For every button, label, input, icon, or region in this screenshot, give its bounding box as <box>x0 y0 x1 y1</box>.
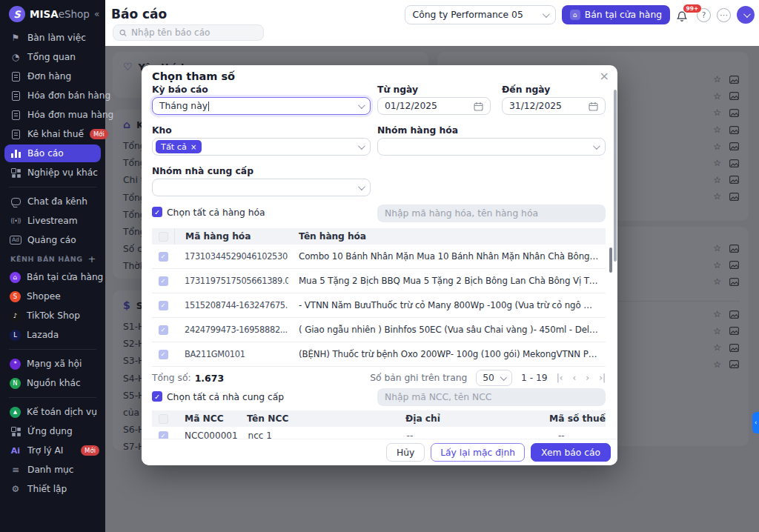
select-all-products-checkbox[interactable]: ✓ <box>152 207 162 217</box>
sidebar-item-thiet-lap[interactable]: ⚙ Thiết lập <box>0 479 105 499</box>
chevron-down-icon <box>593 142 600 150</box>
notification-badge: 99+ <box>683 4 702 13</box>
per-page-select[interactable]: 50 <box>476 370 512 386</box>
chevron-down-icon <box>358 183 365 190</box>
sidebar-item-ke-toan-dich-vu[interactable]: ▲ Kế toán dịch vụ <box>0 402 105 422</box>
sidebar-item-hoa-don-ban-hang[interactable]: Hóa đơn bán hàng <box>0 86 105 105</box>
header-checkbox[interactable] <box>159 414 168 424</box>
period-label: Kỳ báo cáo <box>152 84 208 95</box>
sidebar-item-mang-xa-hoi[interactable]: * Mạng xã hội <box>0 354 105 373</box>
dialog-title: Chọn tham số <box>152 70 235 82</box>
new-badge: Mới <box>90 129 108 139</box>
report-search-box[interactable] <box>113 24 264 41</box>
divider <box>9 397 96 398</box>
close-icon[interactable]: × <box>600 69 609 83</box>
page-title: Báo cáo <box>111 7 167 21</box>
sidebar-item-tong-quan[interactable]: ◔ Tổng quan <box>0 47 105 67</box>
col-supplier-code: Mã NCC <box>174 413 236 424</box>
product-table: Mã hàng hóa Tên hàng hóa ✓ 1731034452904… <box>152 228 606 367</box>
top-bar: Báo cáo Công ty Performance 05 ⌂ Bán tại… <box>105 0 759 46</box>
page-range: 1 - 19 <box>521 373 548 383</box>
to-date-label: Đến ngày <box>502 84 550 95</box>
product-row[interactable]: ✓ 1731197517505661389.01 Mua 5 Tặng 2 Bị… <box>152 269 606 293</box>
sidebar-item-nghiep-vu-khac[interactable]: Nghiệp vụ khác <box>0 163 105 182</box>
last-page-icon[interactable]: ›| <box>599 373 606 383</box>
prev-page-icon[interactable]: ‹ <box>573 373 577 383</box>
remove-tag-icon[interactable]: × <box>190 143 196 151</box>
product-search-input[interactable] <box>377 205 606 222</box>
row-checkbox[interactable]: ✓ <box>159 252 168 262</box>
report-icon <box>10 150 21 158</box>
sidebar-item-nguon-khac[interactable]: N Nguồn khác <box>0 373 105 393</box>
sidebar-item-shopee[interactable]: S Shopee <box>0 287 105 306</box>
report-search-input[interactable] <box>131 27 257 38</box>
product-row[interactable]: ✓ 1515208744-163247675... - VTNN Năm Bưu… <box>152 293 606 318</box>
other-ops-icon <box>10 168 21 177</box>
reset-default-button[interactable]: Lấy lại mặc định <box>431 443 525 462</box>
sidebar-item-tro-ly-ai[interactable]: Ai Trợ lý AI Mới <box>0 441 105 460</box>
row-checkbox[interactable]: ✓ <box>159 276 168 286</box>
sidebar-item-don-hang[interactable]: Đơn hàng <box>0 67 105 86</box>
to-date-input[interactable]: 31/12/2025 <box>502 97 606 115</box>
modal-scrollbar[interactable] <box>614 90 617 262</box>
product-row[interactable]: ✓ 2424799473-16958882... ( Giao ngẫu nhi… <box>152 318 606 342</box>
supplier-search-input[interactable] <box>377 388 606 406</box>
row-checkbox[interactable]: ✓ <box>159 325 168 335</box>
next-page-icon[interactable]: › <box>586 373 589 383</box>
store-channel-icon: ⌂ <box>10 272 21 283</box>
sidebar-item-danh-muc[interactable]: ≡ Danh mục <box>0 460 105 479</box>
text-cursor <box>208 102 209 111</box>
sidebar-item-ban-lam-viec[interactable]: ⚑ Bàn làm việc <box>0 28 105 47</box>
total-label: Tổng số: <box>152 373 191 383</box>
sidebar-item-tiktok-shop[interactable]: ♪ TikTok Shop <box>0 306 105 325</box>
sidebar-item-ke-khai-thue[interactable]: Kê khai thuế Mới <box>0 124 105 144</box>
item-group-select[interactable] <box>377 138 606 156</box>
sidebar-item-ban-tai-cua-hang[interactable]: ⌂ Bán tại cửa hàng <box>0 267 105 287</box>
warehouse-tag[interactable]: Tất cả× <box>156 140 202 153</box>
sidebar-item-livestream[interactable]: ((•)) Livestream <box>0 211 105 230</box>
tiktok-logo-icon: ♪ <box>10 310 21 322</box>
row-checkbox[interactable]: ✓ <box>159 301 168 310</box>
view-report-button[interactable]: Xem báo cáo <box>531 443 611 462</box>
period-select[interactable]: Tháng này <box>152 97 371 115</box>
calendar-icon[interactable] <box>589 102 598 111</box>
from-date-input[interactable]: 01/12/2025 <box>377 97 491 115</box>
row-checkbox[interactable]: ✓ <box>159 350 168 359</box>
total-value: 1.673 <box>195 373 225 384</box>
sidebar-item-ung-dung[interactable]: Ứng dụng <box>0 422 105 441</box>
overview-icon: ◔ <box>10 52 21 62</box>
product-row[interactable]: ✓ 173103445290461025301 Combo 10 Bánh Nh… <box>152 245 606 269</box>
dialog-footer: Hủy Lấy lại mặc định Xem báo cáo <box>142 439 617 465</box>
sales-channels-section-label: KÊNH BÁN HÀNG + <box>0 250 105 267</box>
supplier-group-select[interactable] <box>152 179 371 196</box>
lazada-logo-icon: L <box>10 330 21 341</box>
sidebar-item-hoa-don-mua-hang[interactable]: Hóa đơn mua hàng <box>0 105 105 124</box>
notification-bell[interactable]: 99+ <box>676 7 691 23</box>
company-selector[interactable]: Công ty Performance 05 <box>405 5 556 24</box>
chevron-down-icon <box>543 10 550 18</box>
add-channel-icon[interactable]: + <box>88 253 97 265</box>
product-row[interactable]: ✓ BA211GM0101 (BỆNH) Thuốc trừ bệnh Oxo … <box>152 342 606 367</box>
first-page-icon[interactable]: |‹ <box>557 373 563 383</box>
header-checkbox[interactable] <box>159 232 168 242</box>
apps-icon <box>10 427 21 436</box>
select-all-suppliers-label: Chọn tất cả nhà cung cấp <box>167 392 284 402</box>
sidebar-item-bao-cao[interactable]: Báo cáo <box>4 144 101 162</box>
from-date-label: Từ ngày <box>377 84 418 95</box>
sidebar-item-quang-cao[interactable]: Ad Quảng cáo <box>0 230 105 250</box>
sidebar-collapse-icon[interactable]: « <box>94 9 99 19</box>
select-all-suppliers-checkbox[interactable]: ✓ <box>152 391 162 402</box>
cancel-button[interactable]: Hủy <box>386 443 425 462</box>
store-sell-button[interactable]: ⌂ Bán tại cửa hàng <box>562 5 670 24</box>
purchase-invoice-icon <box>10 110 21 120</box>
table-scrollbar[interactable] <box>609 247 612 273</box>
calendar-icon[interactable] <box>474 102 483 111</box>
side-panel-toggle[interactable]: ‹ <box>752 412 759 433</box>
sidebar-item-chat-da-kenh[interactable]: Chat đa kênh <box>0 192 105 211</box>
warehouse-select[interactable]: Tất cả× <box>152 138 371 156</box>
shopee-logo-icon: S <box>10 291 21 302</box>
user-avatar[interactable] <box>737 6 755 24</box>
sidebar-item-lazada[interactable]: L Lazada <box>0 325 105 345</box>
search-icon <box>119 29 127 37</box>
more-options-icon[interactable]: ⋯ <box>717 8 731 22</box>
